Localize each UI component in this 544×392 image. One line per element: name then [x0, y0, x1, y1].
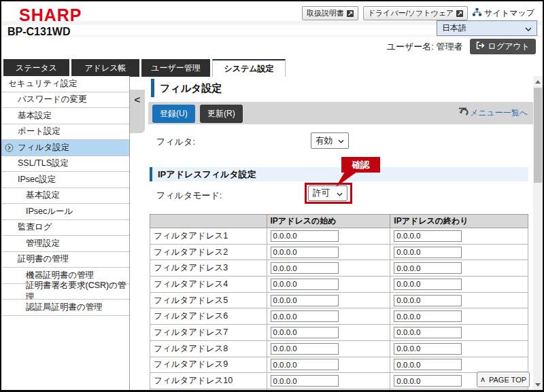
- table-row: フィルタアドレス7: [150, 325, 528, 341]
- sidebar-item-10[interactable]: 監査ログ: [1, 220, 129, 236]
- table-row: フィルタアドレス8: [150, 340, 528, 357]
- sidebar-item-9[interactable]: IPsecルール: [1, 204, 129, 220]
- ip-start-input-2[interactable]: [271, 247, 339, 258]
- ip-start-input-4[interactable]: [271, 279, 339, 290]
- tab-1[interactable]: ステータス: [3, 59, 69, 77]
- ip-start-input-9[interactable]: [271, 359, 339, 370]
- table-row: フィルタアドレス9: [150, 357, 528, 373]
- table-row: フィルタアドレス6: [150, 308, 528, 325]
- update-button[interactable]: 更新(R): [200, 105, 243, 123]
- sidebar-item-6[interactable]: SSL/TLS設定: [1, 156, 129, 173]
- manual-button[interactable]: 取扱説明書: [302, 6, 358, 20]
- sidebar-item-2[interactable]: パスワードの変更: [1, 92, 129, 109]
- vertical-scrollbar[interactable]: [533, 76, 543, 390]
- sidebar-item-label: SSL/TLS設定: [18, 158, 69, 169]
- tab-2[interactable]: アドレス帳: [71, 59, 139, 77]
- sidebar-item-label: 基本設定: [26, 190, 60, 201]
- sidebar-item-label: 証明書の管理: [18, 253, 69, 265]
- sidebar-item-label: フィルタ設定: [18, 142, 69, 154]
- logout-button[interactable]: ログアウト: [470, 39, 536, 54]
- sidebar-item-label: セキュリティ設定: [8, 78, 78, 90]
- logout-button-label: ログアウト: [488, 41, 530, 52]
- sidebar-item-15[interactable]: 認証局証明書の管理: [1, 300, 129, 316]
- table-row: フィルタアドレス1: [150, 228, 528, 245]
- drivers-button[interactable]: ドライバー/ソフトウェア: [363, 6, 469, 20]
- filter-address-label: フィルタアドレス11: [150, 389, 267, 392]
- sharp-logo: SHARP: [19, 5, 82, 25]
- ip-filter-table: IPアドレスの始めIPアドレスの終わりフィルタアドレス1フィルタアドレス2フィル…: [150, 214, 528, 392]
- ip-end-input-6[interactable]: [394, 310, 462, 322]
- tab-3[interactable]: ユーザー管理: [141, 59, 210, 77]
- sidebar-item-3[interactable]: 基本設定: [1, 108, 129, 124]
- filter-address-label: フィルタアドレス8: [150, 340, 267, 357]
- ip-start-input-1[interactable]: [271, 230, 339, 242]
- sidebar-item-11[interactable]: 管理設定: [1, 236, 129, 252]
- external-link-icon: [347, 10, 354, 17]
- ip-end-input-2[interactable]: [394, 247, 462, 258]
- filter-address-label: フィルタアドレス10: [150, 373, 267, 389]
- register-button[interactable]: 登録(U): [152, 105, 195, 123]
- title-accent-bar: [151, 79, 154, 97]
- table-row: フィルタアドレス2: [150, 244, 528, 260]
- ip-start-input-3[interactable]: [271, 262, 339, 274]
- sidebar-item-5[interactable]: フィルタ設定: [1, 140, 129, 156]
- sitemap-icon: [473, 8, 481, 18]
- ip-end-input-8[interactable]: [394, 343, 462, 355]
- sitemap-link-label: サイトマップ: [484, 7, 534, 19]
- table-row: フィルタアドレス10: [150, 373, 528, 389]
- ip-start-input-10[interactable]: [271, 375, 339, 387]
- ip-start-input-5[interactable]: [271, 295, 339, 306]
- sidebar-item-4[interactable]: ポート設定: [1, 124, 129, 141]
- sidebar-item-label: IPsecルール: [26, 206, 73, 217]
- ip-start-input-8[interactable]: [271, 343, 339, 355]
- sidebar-collapse-button[interactable]: <: [130, 90, 145, 133]
- ip-start-input-7[interactable]: [271, 327, 339, 338]
- filter-address-label: フィルタアドレス5: [150, 292, 267, 308]
- language-select[interactable]: 日本語: [437, 20, 537, 36]
- menu-list-link-label: メニュー一覧へ: [470, 107, 528, 119]
- main-tabs: ステータスアドレス帳ユーザー管理システム設定: [1, 58, 543, 77]
- tab-4[interactable]: システム設定: [212, 59, 286, 77]
- chevron-left-icon: <: [135, 94, 141, 105]
- sidebar-item-7[interactable]: IPsec設定: [1, 172, 129, 188]
- admin-page: SHARP BP-C131WD 取扱説明書 ドライバー/ソフトウェア サイトマッ…: [0, 0, 544, 392]
- sidebar-item-label: ポート設定: [18, 126, 61, 137]
- action-toolbar: 登録(U) 更新(R) メニュー一覧へ: [148, 102, 533, 124]
- table-header-3: IPアドレスの終わり: [390, 215, 528, 228]
- sitemap-link[interactable]: サイトマップ: [473, 7, 534, 19]
- filter-select[interactable]: 有効: [311, 132, 349, 149]
- table-row: フィルタアドレス3: [150, 260, 528, 277]
- sidebar-item-1[interactable]: セキュリティ設定: [1, 76, 129, 92]
- sidebar-item-label: IPsec設定: [18, 174, 56, 185]
- sidebar-item-label: 認証局証明書の管理: [26, 302, 103, 313]
- page-top-button[interactable]: ∧ PAGE TOP: [477, 372, 530, 387]
- sidebar-item-12[interactable]: 証明書の管理: [1, 252, 129, 268]
- menu-list-link[interactable]: メニュー一覧へ: [458, 107, 528, 119]
- selected-arrow-icon: [5, 143, 14, 152]
- ip-end-input-4[interactable]: [394, 279, 462, 290]
- ip-end-input-10[interactable]: [394, 375, 462, 387]
- filter-address-label: フィルタアドレス4: [150, 277, 267, 293]
- scroll-down-button[interactable]: [533, 380, 543, 389]
- sidebar-item-14[interactable]: 証明書署名要求(CSR)の管理: [1, 284, 129, 300]
- ip-end-input-9[interactable]: [394, 359, 462, 370]
- ip-end-input-3[interactable]: [394, 262, 462, 274]
- sidebar-item-label: パスワードの変更: [18, 94, 86, 105]
- filter-mode-label: フィルタモード:: [156, 190, 222, 202]
- filter-label: フィルタ:: [156, 136, 195, 148]
- scroll-up-button[interactable]: [533, 77, 543, 86]
- scrollbar-thumb[interactable]: [534, 88, 542, 183]
- external-link-icon: [456, 10, 463, 17]
- sidebar-item-label: 基本設定: [18, 110, 52, 122]
- chevron-up-icon: ∧: [480, 375, 486, 384]
- return-arrow-icon: [458, 107, 469, 119]
- ip-end-input-5[interactable]: [394, 295, 462, 306]
- language-select-value: 日本語: [442, 22, 466, 34]
- ip-end-input-1[interactable]: [394, 230, 462, 242]
- table-row: フィルタアドレス11: [150, 389, 528, 392]
- ip-start-input-6[interactable]: [271, 310, 339, 322]
- device-model: BP-C131WD: [7, 26, 70, 38]
- ip-end-input-7[interactable]: [394, 327, 462, 338]
- ip-filter-section-title: IPアドレスフィルタ設定: [152, 168, 256, 181]
- sidebar-item-8[interactable]: 基本設定: [1, 188, 129, 204]
